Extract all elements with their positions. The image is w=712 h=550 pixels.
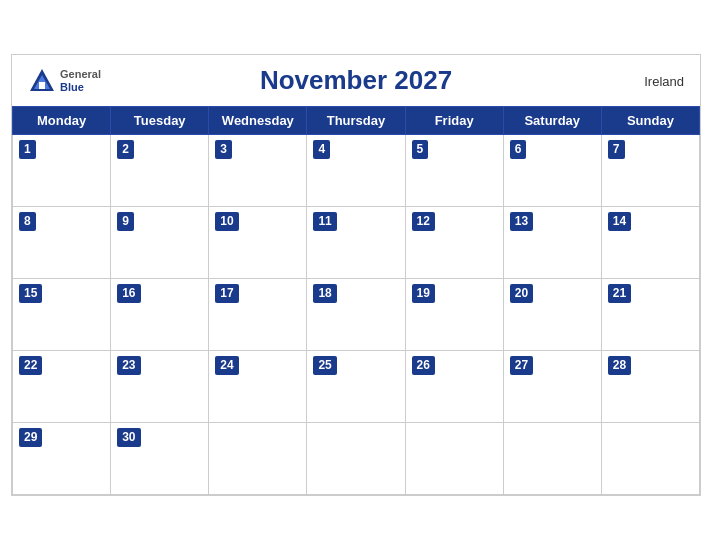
day-cell: 5	[405, 135, 503, 207]
day-number: 3	[215, 140, 232, 159]
day-number: 9	[117, 212, 134, 231]
svg-rect-2	[39, 82, 45, 89]
day-cell: 14	[601, 207, 699, 279]
day-number: 4	[313, 140, 330, 159]
day-cell: 25	[307, 351, 405, 423]
day-number: 14	[608, 212, 631, 231]
day-cell: 3	[209, 135, 307, 207]
day-cell: 1	[13, 135, 111, 207]
day-number: 17	[215, 284, 238, 303]
logo-area: General Blue	[28, 67, 101, 95]
day-cell: 26	[405, 351, 503, 423]
day-cell: 27	[503, 351, 601, 423]
day-cell: 17	[209, 279, 307, 351]
week-row-4: 2930	[13, 423, 700, 495]
day-cell: 2	[111, 135, 209, 207]
week-row-3: 22232425262728	[13, 351, 700, 423]
day-number: 26	[412, 356, 435, 375]
day-cell: 4	[307, 135, 405, 207]
header-saturday: Saturday	[503, 107, 601, 135]
header-monday: Monday	[13, 107, 111, 135]
country-label: Ireland	[644, 73, 684, 88]
logo-text: General Blue	[60, 68, 101, 92]
day-cell	[503, 423, 601, 495]
header-tuesday: Tuesday	[111, 107, 209, 135]
day-cell: 9	[111, 207, 209, 279]
day-number: 24	[215, 356, 238, 375]
day-number: 28	[608, 356, 631, 375]
day-cell	[307, 423, 405, 495]
day-number: 19	[412, 284, 435, 303]
day-cell: 15	[13, 279, 111, 351]
day-number: 23	[117, 356, 140, 375]
day-number: 6	[510, 140, 527, 159]
day-number: 27	[510, 356, 533, 375]
day-cell: 29	[13, 423, 111, 495]
day-number: 22	[19, 356, 42, 375]
day-number: 21	[608, 284, 631, 303]
day-cell: 30	[111, 423, 209, 495]
day-number: 25	[313, 356, 336, 375]
header-wednesday: Wednesday	[209, 107, 307, 135]
day-cell	[601, 423, 699, 495]
day-number: 18	[313, 284, 336, 303]
day-number: 2	[117, 140, 134, 159]
day-cell: 16	[111, 279, 209, 351]
calendar-header: General Blue November 2027 Ireland	[12, 55, 700, 106]
day-cell	[209, 423, 307, 495]
day-cell: 24	[209, 351, 307, 423]
day-cell: 12	[405, 207, 503, 279]
week-row-0: 1234567	[13, 135, 700, 207]
day-number: 7	[608, 140, 625, 159]
day-number: 8	[19, 212, 36, 231]
day-cell: 28	[601, 351, 699, 423]
day-cell: 6	[503, 135, 601, 207]
day-number: 10	[215, 212, 238, 231]
day-cell: 7	[601, 135, 699, 207]
header-thursday: Thursday	[307, 107, 405, 135]
header-friday: Friday	[405, 107, 503, 135]
week-row-1: 891011121314	[13, 207, 700, 279]
calendar-thead: Monday Tuesday Wednesday Thursday Friday…	[13, 107, 700, 135]
logo-icon	[28, 67, 56, 95]
day-number: 5	[412, 140, 429, 159]
day-cell: 22	[13, 351, 111, 423]
day-number: 30	[117, 428, 140, 447]
day-cell: 21	[601, 279, 699, 351]
week-row-2: 15161718192021	[13, 279, 700, 351]
day-cell: 18	[307, 279, 405, 351]
day-number: 1	[19, 140, 36, 159]
day-number: 20	[510, 284, 533, 303]
day-number: 29	[19, 428, 42, 447]
day-number: 15	[19, 284, 42, 303]
month-title: November 2027	[260, 65, 452, 96]
day-number: 13	[510, 212, 533, 231]
weekday-header-row: Monday Tuesday Wednesday Thursday Friday…	[13, 107, 700, 135]
day-number: 11	[313, 212, 336, 231]
day-cell: 19	[405, 279, 503, 351]
day-cell: 11	[307, 207, 405, 279]
day-number: 12	[412, 212, 435, 231]
calendar-body: 1234567891011121314151617181920212223242…	[13, 135, 700, 495]
day-cell: 10	[209, 207, 307, 279]
day-cell: 13	[503, 207, 601, 279]
calendar: General Blue November 2027 Ireland Monda…	[11, 54, 701, 496]
day-cell: 8	[13, 207, 111, 279]
header-sunday: Sunday	[601, 107, 699, 135]
day-cell: 20	[503, 279, 601, 351]
calendar-table: Monday Tuesday Wednesday Thursday Friday…	[12, 106, 700, 495]
day-cell	[405, 423, 503, 495]
day-cell: 23	[111, 351, 209, 423]
day-number: 16	[117, 284, 140, 303]
